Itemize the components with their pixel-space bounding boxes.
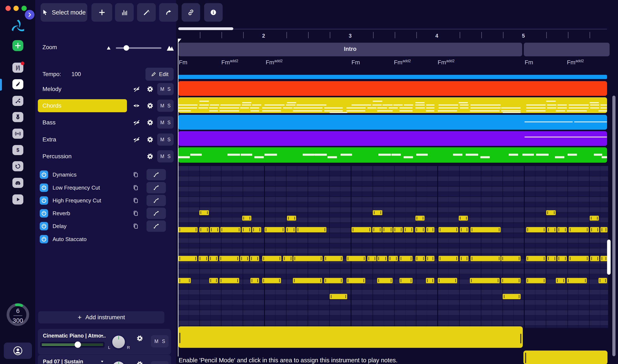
achievements-button[interactable] bbox=[13, 112, 23, 122]
track-row-percussion[interactable]: Percussion bbox=[42, 153, 72, 160]
mute-button[interactable]: M bbox=[160, 86, 164, 92]
piano-roll-note[interactable] bbox=[262, 256, 281, 261]
gear-icon[interactable] bbox=[146, 119, 154, 126]
piano-roll-note[interactable] bbox=[388, 256, 398, 261]
caret-down-icon[interactable] bbox=[100, 359, 104, 364]
piano-roll-note[interactable] bbox=[590, 256, 599, 261]
melody-clip[interactable] bbox=[178, 81, 607, 96]
editor-button[interactable]: |/| bbox=[13, 63, 23, 73]
expand-sidebar-button[interactable] bbox=[25, 10, 35, 20]
piano-roll-note[interactable] bbox=[459, 216, 468, 221]
piano-roll-note[interactable] bbox=[426, 278, 434, 283]
solo-button[interactable]: S bbox=[167, 137, 171, 143]
volume-handle[interactable] bbox=[75, 341, 81, 348]
piano-roll-note[interactable] bbox=[178, 256, 197, 261]
copy-icon[interactable] bbox=[132, 197, 139, 204]
track-row-melody[interactable]: Melody bbox=[42, 86, 61, 92]
piano-roll-note[interactable] bbox=[501, 278, 521, 283]
piano-roll-note[interactable] bbox=[471, 227, 501, 233]
h-scrollbar-thumb[interactable] bbox=[178, 27, 233, 30]
piano-roll-grid[interactable] bbox=[178, 166, 608, 328]
piano-roll-note[interactable] bbox=[293, 278, 322, 283]
section-intro-segment[interactable] bbox=[524, 43, 610, 56]
piano-roll-note[interactable] bbox=[501, 256, 521, 261]
piano-roll-note[interactable] bbox=[399, 278, 413, 283]
piano-roll-note[interactable] bbox=[250, 278, 259, 283]
zoom-slider[interactable] bbox=[116, 47, 161, 49]
piano-roll-note[interactable] bbox=[526, 278, 546, 283]
mute-solo-group[interactable]: MS bbox=[157, 133, 174, 146]
track-row-bass[interactable]: Bass bbox=[42, 119, 55, 126]
effect-automation-button[interactable] bbox=[146, 221, 166, 232]
piano-roll-note[interactable] bbox=[590, 216, 599, 221]
discord-button[interactable] bbox=[13, 178, 23, 188]
solo-button[interactable]: S bbox=[167, 154, 171, 159]
copy-icon[interactable] bbox=[132, 184, 139, 191]
mute-solo-group[interactable]: MS bbox=[157, 83, 174, 95]
mute-button[interactable]: M bbox=[160, 137, 164, 143]
piano-roll-note[interactable] bbox=[415, 216, 425, 221]
mute-solo-group[interactable]: MS bbox=[157, 150, 174, 162]
piano-roll-note[interactable] bbox=[220, 278, 239, 283]
gear-icon[interactable] bbox=[136, 361, 143, 364]
piano-roll-note[interactable] bbox=[460, 227, 469, 233]
copy-icon[interactable] bbox=[132, 171, 139, 178]
effect-automation-button[interactable] bbox=[146, 208, 166, 219]
piano-roll-note[interactable] bbox=[556, 278, 565, 283]
effect-power-button[interactable] bbox=[40, 183, 48, 192]
effect-power-button[interactable] bbox=[40, 170, 48, 179]
effect-power-button[interactable] bbox=[40, 209, 48, 218]
piano-roll-note[interactable] bbox=[382, 227, 393, 233]
pencil-mode-button[interactable] bbox=[13, 79, 23, 89]
mute-solo-group[interactable]: MS bbox=[151, 335, 169, 347]
instrument-region-clip[interactable] bbox=[523, 351, 607, 364]
piano-roll-note[interactable] bbox=[264, 227, 285, 233]
app-logo-icon[interactable] bbox=[8, 18, 29, 35]
eye-icon[interactable] bbox=[132, 102, 140, 109]
piano-roll-note[interactable] bbox=[352, 227, 371, 233]
gear-icon[interactable] bbox=[146, 136, 154, 143]
split-tools-button[interactable] bbox=[13, 96, 23, 106]
link-button[interactable] bbox=[182, 3, 200, 22]
gear-icon[interactable] bbox=[146, 86, 154, 93]
levels-button[interactable] bbox=[115, 3, 134, 22]
effect-automation-button[interactable] bbox=[146, 195, 166, 206]
gear-icon[interactable] bbox=[136, 335, 143, 342]
piano-roll-note[interactable] bbox=[600, 227, 607, 233]
piano-roll-note[interactable] bbox=[262, 278, 281, 283]
caret-down-icon[interactable] bbox=[100, 334, 104, 338]
piano-roll-note[interactable] bbox=[373, 210, 382, 215]
piano-roll-note[interactable] bbox=[329, 294, 347, 299]
piano-roll-note[interactable] bbox=[372, 227, 382, 233]
magic-button[interactable] bbox=[137, 3, 156, 22]
piano-roll-note[interactable] bbox=[283, 256, 293, 261]
piano-roll-note[interactable] bbox=[415, 227, 425, 233]
piano-roll-note[interactable] bbox=[219, 256, 239, 261]
broadcast-button[interactable] bbox=[13, 129, 23, 139]
eye-off-icon[interactable] bbox=[132, 136, 140, 143]
solo-button[interactable]: S bbox=[167, 120, 171, 126]
gear-icon[interactable] bbox=[146, 102, 154, 109]
redo-button[interactable] bbox=[159, 3, 178, 22]
piano-roll-note[interactable] bbox=[471, 256, 501, 261]
extra-clip[interactable] bbox=[178, 131, 607, 146]
play-button[interactable] bbox=[13, 195, 23, 205]
melody-strip-clip[interactable] bbox=[178, 75, 607, 79]
piano-roll-note[interactable] bbox=[426, 227, 434, 233]
piano-roll-note[interactable] bbox=[526, 227, 546, 233]
piano-roll-note[interactable] bbox=[438, 256, 458, 261]
piano-roll-note[interactable] bbox=[324, 256, 343, 261]
piano-roll-note[interactable] bbox=[242, 227, 251, 233]
piano-roll-note[interactable] bbox=[377, 278, 393, 283]
piano-roll-note[interactable] bbox=[198, 256, 208, 261]
piano-roll-note[interactable] bbox=[250, 256, 259, 261]
piano-roll-note[interactable] bbox=[399, 256, 413, 261]
piano-roll-note[interactable] bbox=[547, 256, 556, 261]
mute-solo-group[interactable]: MS bbox=[157, 100, 174, 112]
piano-roll-note[interactable] bbox=[598, 278, 607, 283]
gear-icon[interactable] bbox=[146, 153, 154, 160]
add-button[interactable] bbox=[92, 3, 112, 22]
piano-roll-note[interactable] bbox=[404, 227, 413, 233]
piano-roll-note[interactable] bbox=[569, 227, 589, 233]
traffic-light[interactable] bbox=[21, 6, 27, 11]
